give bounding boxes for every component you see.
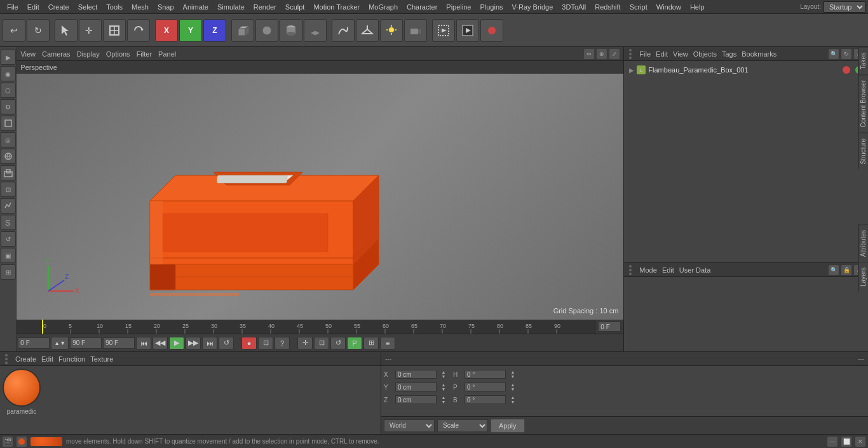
vp-menu-view[interactable]: View xyxy=(20,50,36,58)
menu-file[interactable]: File xyxy=(3,2,23,12)
menu-3dtoall[interactable]: 3DToAll xyxy=(557,2,590,12)
left-icon-9[interactable]: ⊡ xyxy=(1,182,16,197)
goto-start-button[interactable]: ⏮ xyxy=(136,337,151,350)
sphere-button[interactable] xyxy=(255,19,278,42)
autokey-button[interactable]: ⊡ xyxy=(258,337,273,350)
attr-search-icon[interactable]: 🔍 xyxy=(829,265,839,275)
left-icon-4[interactable]: ⚙ xyxy=(1,99,16,114)
end-frame-input2[interactable] xyxy=(103,337,135,349)
3d-object[interactable] xyxy=(112,112,404,320)
mat-menu-edit[interactable]: Edit xyxy=(41,355,53,363)
menu-window[interactable]: Window xyxy=(652,2,686,12)
camera-button[interactable] xyxy=(404,19,427,42)
extrude-button[interactable] xyxy=(356,19,379,42)
menu-tools[interactable]: Tools xyxy=(102,2,127,12)
left-icon-14[interactable]: ⊞ xyxy=(1,264,16,280)
left-icon-10[interactable] xyxy=(1,198,16,214)
obj-menu-file[interactable]: File xyxy=(639,50,651,58)
snap-scale-button[interactable]: ⊡ xyxy=(314,337,329,350)
next-frame-button[interactable]: ▶▶ xyxy=(186,337,201,350)
tab-layers[interactable]: Layers xyxy=(858,262,868,292)
goto-end-button[interactable]: ⏭ xyxy=(202,337,217,350)
obj-search-icon[interactable]: 🔍 xyxy=(829,49,839,59)
attr-lock-icon[interactable]: 🔒 xyxy=(841,265,851,275)
obj-menu-tags[interactable]: Tags xyxy=(722,50,736,58)
obj-refresh-icon[interactable]: ↻ xyxy=(841,49,851,59)
render-button[interactable] xyxy=(456,19,479,42)
vp-icon-move[interactable]: ⊕ xyxy=(597,49,607,59)
snap-rotate-button[interactable]: ↺ xyxy=(330,337,346,350)
menu-create[interactable]: Create xyxy=(44,2,74,12)
timeline-svg[interactable]: 0 5 10 15 20 25 30 35 xyxy=(42,320,595,334)
record-button[interactable] xyxy=(480,19,503,42)
left-icon-7[interactable] xyxy=(1,149,16,164)
y-axis-button[interactable]: Y xyxy=(179,19,202,42)
tab-structure[interactable]: Structure xyxy=(858,133,868,170)
layout-dropdown[interactable]: Startup xyxy=(824,1,865,13)
material-item[interactable]: paramedic xyxy=(3,369,41,415)
status-minimize-button[interactable]: — xyxy=(827,437,837,447)
plane-button[interactable] xyxy=(304,19,327,42)
coord-z-input[interactable] xyxy=(395,395,437,404)
menu-edit[interactable]: Edit xyxy=(23,2,44,12)
mat-menu-create[interactable]: Create xyxy=(15,355,36,363)
left-icon-8[interactable] xyxy=(1,165,16,180)
current-frame-input[interactable] xyxy=(598,322,621,332)
mat-menu-function[interactable]: Function xyxy=(58,355,85,363)
redo-button[interactable]: ↻ xyxy=(27,19,50,42)
start-frame-input[interactable] xyxy=(18,337,50,349)
more-button[interactable]: ≡ xyxy=(380,337,395,350)
left-icon-6[interactable]: ◎ xyxy=(1,132,16,147)
snap-move-button[interactable]: ✛ xyxy=(297,337,313,350)
menu-help[interactable]: Help xyxy=(686,2,709,12)
vp-icon-fullscreen[interactable]: ⤢ xyxy=(609,49,620,59)
menu-snap[interactable]: Snap xyxy=(153,2,179,12)
menu-mesh[interactable]: Mesh xyxy=(127,2,153,12)
obj-menu-bookmarks[interactable]: Bookmarks xyxy=(742,50,776,58)
vp-menu-display[interactable]: Display xyxy=(77,50,100,58)
coord-h-input[interactable] xyxy=(465,370,506,379)
menu-character[interactable]: Character xyxy=(402,2,442,12)
attr-menu-edit[interactable]: Edit xyxy=(662,266,674,274)
left-icon-5[interactable] xyxy=(1,116,16,131)
scale-button[interactable] xyxy=(103,19,126,42)
tab-content-browser[interactable]: Content Browser xyxy=(858,74,868,132)
menu-sculpt[interactable]: Sculpt xyxy=(281,2,309,12)
scale-dropdown[interactable]: Scale xyxy=(437,419,488,432)
menu-mograph[interactable]: MoGraph xyxy=(364,2,402,12)
left-icon-1[interactable]: ▶ xyxy=(1,50,16,65)
viewport-canvas[interactable]: X Y Z Grid Spacing : 10 cm xyxy=(17,74,623,320)
left-icon-2[interactable]: ◉ xyxy=(1,66,16,81)
vp-menu-cameras[interactable]: Cameras xyxy=(42,50,71,58)
tab-attributes[interactable]: Attributes xyxy=(858,224,868,262)
left-icon-3[interactable]: ⬡ xyxy=(1,83,16,98)
status-close-button[interactable]: ✕ xyxy=(855,437,865,447)
record-keyframe-button[interactable]: ● xyxy=(241,337,257,350)
vp-menu-panel[interactable]: Panel xyxy=(158,50,176,58)
coord-p-input[interactable] xyxy=(465,383,506,391)
z-axis-button[interactable]: Z xyxy=(203,19,226,42)
menu-script[interactable]: Script xyxy=(625,2,652,12)
menu-plugins[interactable]: Plugins xyxy=(475,2,507,12)
x-axis-button[interactable]: X xyxy=(155,19,178,42)
menu-motion-tracker[interactable]: Motion Tracker xyxy=(309,2,364,12)
obj-menu-edit[interactable]: Edit xyxy=(656,50,668,58)
coord-x-input[interactable] xyxy=(395,370,437,379)
vp-icon-arrows[interactable]: ⇔ xyxy=(584,49,594,59)
vp-menu-filter[interactable]: Filter xyxy=(137,50,152,58)
world-dropdown[interactable]: World xyxy=(384,419,435,432)
menu-pipeline[interactable]: Pipeline xyxy=(442,2,475,12)
undo-button[interactable]: ↩ xyxy=(3,19,25,42)
menu-animate[interactable]: Animate xyxy=(179,2,213,12)
object-row-main[interactable]: ▶ L Flambeau_Paramedic_Box_001 xyxy=(627,64,865,76)
status-restore-button[interactable]: ⬜ xyxy=(841,437,851,447)
coord-z-stepper[interactable]: ▲▼ xyxy=(439,395,448,404)
end-frame-input1[interactable] xyxy=(70,337,102,349)
start-frame-stepper[interactable]: ▲▼ xyxy=(51,337,69,350)
status-cinema4d-icon[interactable]: 🎬 xyxy=(3,437,13,447)
attr-menu-userdata[interactable]: User Data xyxy=(679,266,711,274)
obj-menu-view[interactable]: View xyxy=(673,50,688,58)
tab-takes[interactable]: Takes xyxy=(858,47,868,74)
apply-button[interactable]: Apply xyxy=(491,419,525,433)
coord-y-stepper[interactable]: ▲▼ xyxy=(439,383,448,391)
